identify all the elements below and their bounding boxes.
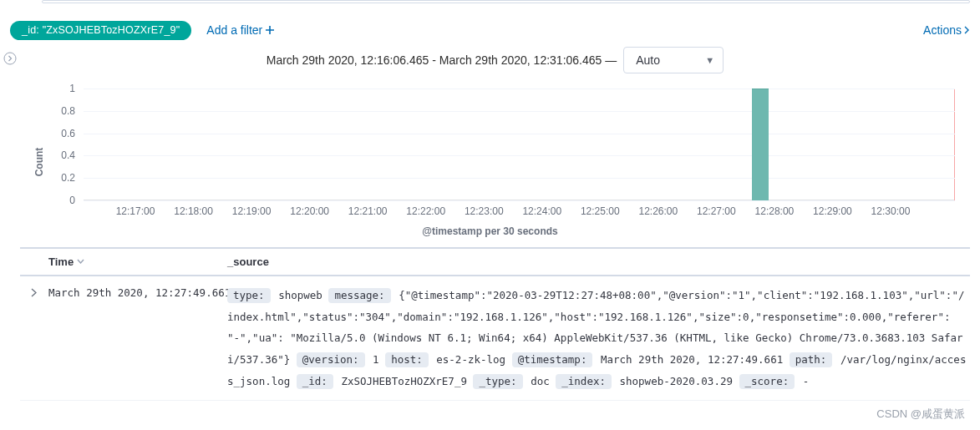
grid-line	[84, 89, 955, 89]
field-key-message: message:	[328, 288, 390, 303]
x-tick: 12:22:00	[406, 205, 445, 217]
table-header-row: Time _source	[20, 247, 970, 276]
plot-right-edge	[954, 89, 955, 200]
svg-point-0	[4, 53, 16, 64]
field-key-dtype: _type:	[473, 374, 522, 389]
x-tick: 12:24:00	[522, 205, 561, 217]
chevron-down-icon: ▼	[705, 55, 714, 65]
x-tick: 12:28:00	[755, 205, 795, 217]
field-val-host: es-2-zk-log	[436, 353, 505, 366]
table-header-expand	[20, 249, 47, 275]
y-tick: 0.2	[45, 172, 75, 184]
plus-icon	[266, 26, 274, 34]
y-tick: 0	[45, 195, 75, 206]
actions-label: Actions	[923, 23, 962, 37]
x-tick: 12:18:00	[174, 205, 213, 217]
x-tick: 12:21:00	[348, 205, 388, 217]
table-header-time[interactable]: Time	[47, 249, 222, 275]
y-axis-ticks: 10.80.60.40.20	[45, 89, 79, 200]
x-tick: 12:23:00	[465, 205, 504, 217]
add-filter-label: Add a filter	[206, 23, 262, 37]
x-tick: 12:19:00	[232, 205, 272, 217]
document-table: Time _source March 29th 2020, 12:27:49.6…	[20, 247, 970, 397]
grid-line	[84, 178, 955, 179]
field-val-id: ZxSOJHEBTozHOZXrE7_9	[341, 375, 467, 387]
x-tick: 12:17:00	[116, 205, 155, 217]
field-key-index: _index:	[556, 374, 612, 389]
row-time-value: March 29th 2020, 12:27:49.661	[47, 283, 222, 392]
field-val-attimestamp: March 29th 2020, 12:27:49.661	[601, 353, 783, 366]
field-val-score: -	[803, 375, 810, 387]
field-key-path: path:	[790, 352, 833, 367]
field-key-score: _score:	[739, 374, 795, 389]
sort-desc-icon	[77, 258, 84, 266]
x-tick: 12:25:00	[581, 205, 620, 217]
x-tick: 12:27:00	[697, 205, 736, 217]
table-header-source[interactable]: _source	[222, 249, 970, 275]
watermark-text: CSDN @咸蛋黄派	[876, 407, 965, 422]
field-val-type: shopweb	[278, 289, 322, 301]
x-tick: 12:30:00	[871, 205, 911, 217]
x-tick: 12:20:00	[290, 205, 329, 217]
time-range-text: March 29th 2020, 12:16:06.465 - March 29…	[267, 53, 617, 67]
search-bar-outline	[42, 0, 970, 3]
y-tick: 0.6	[45, 128, 75, 139]
field-val-index: shopweb-2020.03.29	[620, 375, 733, 387]
y-tick: 1	[45, 83, 75, 94]
field-key-atversion: @version:	[297, 352, 365, 367]
expand-row-toggle[interactable]	[20, 283, 47, 392]
y-axis-title: Count	[33, 148, 45, 177]
x-axis-title: @timestamp per 30 seconds	[20, 225, 960, 237]
row-source-value: type: shopweb message: {"@timestamp":"20…	[222, 283, 970, 392]
table-header-time-label: Time	[48, 255, 74, 268]
y-tick: 0.8	[45, 105, 75, 117]
field-key-id: _id:	[297, 374, 333, 389]
grid-line	[84, 200, 955, 201]
collapse-panel-icon[interactable]	[3, 52, 17, 65]
field-key-attimestamp: @timestamp:	[512, 352, 593, 367]
filter-pill-id[interactable]: _id: "ZxSOJHEBTozHOZXrE7_9"	[10, 21, 191, 40]
x-axis-ticks: 12:17:0012:18:0012:19:0012:20:0012:21:00…	[84, 205, 955, 217]
histogram-bar[interactable]	[752, 89, 769, 200]
grid-line	[84, 155, 955, 156]
add-filter-link[interactable]: Add a filter	[206, 23, 274, 37]
table-row: March 29th 2020, 12:27:49.661 type: shop…	[20, 276, 970, 401]
grid-line	[84, 134, 955, 134]
field-key-host: host:	[385, 352, 429, 367]
histogram-header: March 29th 2020, 12:16:06.465 - March 29…	[20, 50, 970, 70]
plot-area[interactable]	[84, 89, 955, 200]
interval-selected-value: Auto	[636, 53, 660, 67]
x-tick: 12:29:00	[813, 205, 852, 217]
histogram-plot: Count 10.80.60.40.20 12:17:0012:18:0012:…	[20, 82, 960, 242]
field-val-dtype: doc	[531, 375, 550, 387]
filter-bar: _id: "ZxSOJHEBTozHOZXrE7_9" Add a filter…	[0, 17, 980, 43]
field-key-type: type:	[227, 288, 271, 303]
histogram-panel: March 29th 2020, 12:16:06.465 - March 29…	[20, 50, 970, 242]
chevron-right-icon	[963, 26, 970, 34]
interval-select[interactable]: Auto ▼	[623, 47, 724, 73]
actions-link[interactable]: Actions	[923, 23, 970, 37]
x-tick: 12:26:00	[638, 205, 678, 217]
grid-line	[84, 111, 955, 112]
field-val-atversion: 1	[373, 353, 379, 366]
y-tick: 0.4	[45, 149, 75, 161]
